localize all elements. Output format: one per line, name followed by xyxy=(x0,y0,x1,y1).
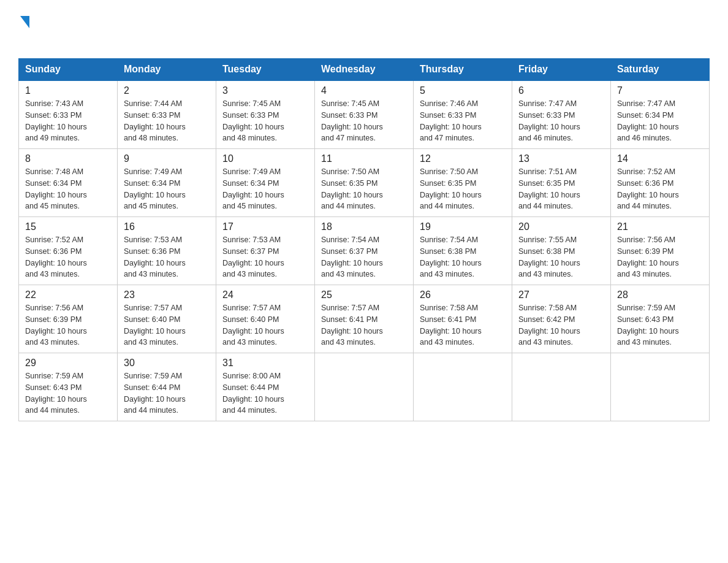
day-info: Sunrise: 7:53 AMSunset: 6:36 PMDaylight:… xyxy=(124,234,210,280)
calendar-cell: 28Sunrise: 7:59 AMSunset: 6:43 PMDayligh… xyxy=(611,285,710,353)
calendar-cell: 19Sunrise: 7:54 AMSunset: 6:38 PMDayligh… xyxy=(414,217,512,285)
day-info: Sunrise: 8:00 AMSunset: 6:44 PMDaylight:… xyxy=(222,370,308,416)
day-info: Sunrise: 7:59 AMSunset: 6:44 PMDaylight:… xyxy=(124,370,210,416)
logo-triangle-icon xyxy=(20,16,29,28)
day-number: 3 xyxy=(222,85,308,96)
day-info: Sunrise: 7:49 AMSunset: 6:34 PMDaylight:… xyxy=(222,166,308,212)
day-number: 10 xyxy=(222,153,308,164)
col-header-monday: Monday xyxy=(118,59,216,81)
col-header-tuesday: Tuesday xyxy=(216,59,315,81)
day-info: Sunrise: 7:54 AMSunset: 6:37 PMDaylight:… xyxy=(321,234,407,280)
calendar-cell: 5Sunrise: 7:46 AMSunset: 6:33 PMDaylight… xyxy=(414,80,512,149)
calendar-cell: 25Sunrise: 7:57 AMSunset: 6:41 PMDayligh… xyxy=(315,285,414,353)
day-number: 6 xyxy=(518,85,604,96)
calendar-cell: 4Sunrise: 7:45 AMSunset: 6:33 PMDaylight… xyxy=(315,80,414,149)
calendar-cell: 29Sunrise: 7:59 AMSunset: 6:43 PMDayligh… xyxy=(19,353,118,421)
week-row-4: 22Sunrise: 7:56 AMSunset: 6:39 PMDayligh… xyxy=(19,285,710,353)
day-info: Sunrise: 7:57 AMSunset: 6:40 PMDaylight:… xyxy=(222,302,308,348)
calendar-cell: 15Sunrise: 7:52 AMSunset: 6:36 PMDayligh… xyxy=(19,217,118,285)
day-info: Sunrise: 7:52 AMSunset: 6:36 PMDaylight:… xyxy=(617,166,703,212)
calendar-cell xyxy=(512,353,611,421)
calendar-cell: 7Sunrise: 7:47 AMSunset: 6:34 PMDaylight… xyxy=(611,80,710,149)
day-number: 15 xyxy=(25,221,111,232)
day-info: Sunrise: 7:59 AMSunset: 6:43 PMDaylight:… xyxy=(617,302,703,348)
calendar-cell: 3Sunrise: 7:45 AMSunset: 6:33 PMDaylight… xyxy=(216,80,315,149)
day-number: 31 xyxy=(222,358,308,369)
day-number: 4 xyxy=(321,85,407,96)
day-info: Sunrise: 7:47 AMSunset: 6:34 PMDaylight:… xyxy=(617,98,703,144)
day-info: Sunrise: 7:46 AMSunset: 6:33 PMDaylight:… xyxy=(420,98,506,144)
calendar-cell: 8Sunrise: 7:48 AMSunset: 6:34 PMDaylight… xyxy=(19,149,118,217)
day-info: Sunrise: 7:56 AMSunset: 6:39 PMDaylight:… xyxy=(25,302,111,348)
day-number: 29 xyxy=(25,358,111,369)
day-info: Sunrise: 7:53 AMSunset: 6:37 PMDaylight:… xyxy=(222,234,308,280)
calendar-cell xyxy=(315,353,414,421)
day-info: Sunrise: 7:48 AMSunset: 6:34 PMDaylight:… xyxy=(25,166,111,212)
calendar-cell: 14Sunrise: 7:52 AMSunset: 6:36 PMDayligh… xyxy=(611,149,710,217)
calendar-cell: 27Sunrise: 7:58 AMSunset: 6:42 PMDayligh… xyxy=(512,285,611,353)
day-info: Sunrise: 7:58 AMSunset: 6:41 PMDaylight:… xyxy=(420,302,506,348)
calendar-cell: 17Sunrise: 7:53 AMSunset: 6:37 PMDayligh… xyxy=(216,217,315,285)
day-number: 21 xyxy=(617,221,703,232)
day-number: 25 xyxy=(321,289,407,301)
day-info: Sunrise: 7:56 AMSunset: 6:39 PMDaylight:… xyxy=(617,234,703,280)
calendar-cell: 12Sunrise: 7:50 AMSunset: 6:35 PMDayligh… xyxy=(414,149,512,217)
col-header-friday: Friday xyxy=(512,59,611,81)
day-info: Sunrise: 7:57 AMSunset: 6:41 PMDaylight:… xyxy=(321,302,407,348)
col-header-wednesday: Wednesday xyxy=(315,59,414,81)
calendar-cell: 10Sunrise: 7:49 AMSunset: 6:34 PMDayligh… xyxy=(216,149,315,217)
day-number: 26 xyxy=(420,289,506,301)
calendar-cell: 24Sunrise: 7:57 AMSunset: 6:40 PMDayligh… xyxy=(216,285,315,353)
day-info: Sunrise: 7:55 AMSunset: 6:38 PMDaylight:… xyxy=(518,234,604,280)
col-header-thursday: Thursday xyxy=(414,59,512,81)
page-header xyxy=(18,12,710,47)
calendar-cell: 31Sunrise: 8:00 AMSunset: 6:44 PMDayligh… xyxy=(216,353,315,421)
day-number: 13 xyxy=(518,153,604,164)
week-row-1: 1Sunrise: 7:43 AMSunset: 6:33 PMDaylight… xyxy=(19,80,710,149)
day-number: 11 xyxy=(321,153,407,164)
day-number: 19 xyxy=(420,221,506,232)
day-number: 7 xyxy=(617,85,703,96)
calendar-cell: 11Sunrise: 7:50 AMSunset: 6:35 PMDayligh… xyxy=(315,149,414,217)
day-info: Sunrise: 7:49 AMSunset: 6:34 PMDaylight:… xyxy=(124,166,210,212)
calendar-cell xyxy=(414,353,512,421)
day-info: Sunrise: 7:43 AMSunset: 6:33 PMDaylight:… xyxy=(25,98,111,144)
day-number: 14 xyxy=(617,153,703,164)
calendar-cell xyxy=(611,353,710,421)
day-number: 23 xyxy=(124,289,210,301)
day-number: 1 xyxy=(25,85,111,96)
day-info: Sunrise: 7:45 AMSunset: 6:33 PMDaylight:… xyxy=(222,98,308,144)
day-info: Sunrise: 7:54 AMSunset: 6:38 PMDaylight:… xyxy=(420,234,506,280)
day-number: 27 xyxy=(518,289,604,301)
day-number: 17 xyxy=(222,221,308,232)
col-header-sunday: Sunday xyxy=(19,59,118,81)
day-info: Sunrise: 7:59 AMSunset: 6:43 PMDaylight:… xyxy=(25,370,111,416)
calendar-cell: 6Sunrise: 7:47 AMSunset: 6:33 PMDaylight… xyxy=(512,80,611,149)
logo xyxy=(18,12,29,47)
calendar-cell: 23Sunrise: 7:57 AMSunset: 6:40 PMDayligh… xyxy=(118,285,216,353)
day-number: 30 xyxy=(124,358,210,369)
calendar-cell: 13Sunrise: 7:51 AMSunset: 6:35 PMDayligh… xyxy=(512,149,611,217)
day-number: 24 xyxy=(222,289,308,301)
calendar-table: SundayMondayTuesdayWednesdayThursdayFrid… xyxy=(18,58,710,421)
day-info: Sunrise: 7:44 AMSunset: 6:33 PMDaylight:… xyxy=(124,98,210,144)
week-row-2: 8Sunrise: 7:48 AMSunset: 6:34 PMDaylight… xyxy=(19,149,710,217)
day-info: Sunrise: 7:52 AMSunset: 6:36 PMDaylight:… xyxy=(25,234,111,280)
calendar-cell: 20Sunrise: 7:55 AMSunset: 6:38 PMDayligh… xyxy=(512,217,611,285)
day-number: 16 xyxy=(124,221,210,232)
calendar-cell: 1Sunrise: 7:43 AMSunset: 6:33 PMDaylight… xyxy=(19,80,118,149)
day-number: 12 xyxy=(420,153,506,164)
calendar-cell: 2Sunrise: 7:44 AMSunset: 6:33 PMDaylight… xyxy=(118,80,216,149)
day-number: 8 xyxy=(25,153,111,164)
day-number: 9 xyxy=(124,153,210,164)
week-row-3: 15Sunrise: 7:52 AMSunset: 6:36 PMDayligh… xyxy=(19,217,710,285)
day-info: Sunrise: 7:45 AMSunset: 6:33 PMDaylight:… xyxy=(321,98,407,144)
day-number: 28 xyxy=(617,289,703,301)
day-number: 5 xyxy=(420,85,506,96)
day-number: 22 xyxy=(25,289,111,301)
col-header-saturday: Saturday xyxy=(611,59,710,81)
day-info: Sunrise: 7:47 AMSunset: 6:33 PMDaylight:… xyxy=(518,98,604,144)
day-number: 2 xyxy=(124,85,210,96)
calendar-cell: 9Sunrise: 7:49 AMSunset: 6:34 PMDaylight… xyxy=(118,149,216,217)
day-info: Sunrise: 7:57 AMSunset: 6:40 PMDaylight:… xyxy=(124,302,210,348)
